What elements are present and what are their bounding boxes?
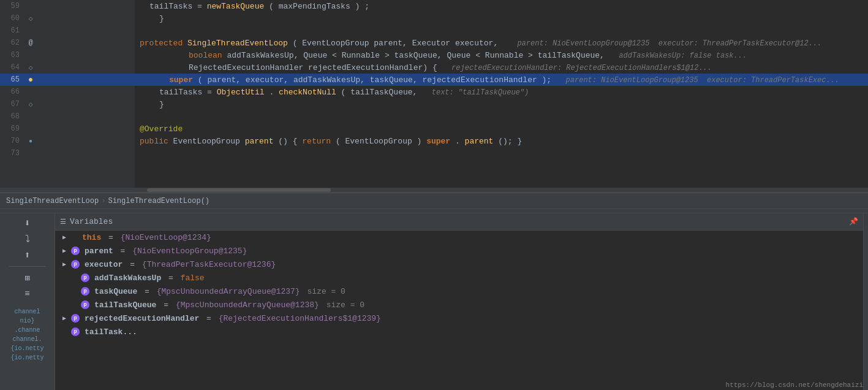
h-scrollbar-thumb[interactable] xyxy=(147,188,331,192)
left-sidebar-bottom: ⬇ ⤵ ⬆ ⊞ ≡ channel nio} .channe channel. … xyxy=(0,213,55,390)
expand-parent[interactable]: ▶ xyxy=(60,247,69,255)
gutter-row-64: 64 ◇ xyxy=(0,61,135,74)
h-scrollbar[interactable] xyxy=(0,188,868,193)
var-eq-addtask: = xyxy=(164,273,178,283)
line-num-73: 73 xyxy=(0,149,25,158)
type-icon-tailtaskqueue: p xyxy=(81,300,89,309)
breadcrumb-sep: › xyxy=(101,197,105,205)
variables-title: Variables xyxy=(70,217,113,226)
right-scrollbar[interactable] xyxy=(863,213,868,390)
var-row-parent[interactable]: ▶ p parent = {NioEventLoopGroup@1235} xyxy=(55,244,863,258)
expand-executor[interactable]: ▶ xyxy=(60,260,69,269)
type-icon-taskqueue: p xyxy=(81,287,89,296)
line-num-60: 60 xyxy=(0,14,25,23)
gutter-row-60: 60 ◇ xyxy=(0,12,135,25)
code-lines: tailTasks = newTaskQueue ( maxPendingTas… xyxy=(135,0,868,188)
code-line-65: super ( parent, executor, addTaskWakesUp… xyxy=(135,74,868,86)
code-line-62: protected SingleThreadEventLoop ( EventL… xyxy=(135,37,868,49)
main-layout: 59 60 ◇ 61 62 xyxy=(0,0,868,390)
breadcrumb-bar: SingleThreadEventLoop › SingleThreadEven… xyxy=(0,193,868,208)
gutter-row-67: 67 ◇ xyxy=(0,98,135,110)
variables-list-icon: ☰ xyxy=(60,218,66,226)
line-icon-62: @ xyxy=(25,39,37,47)
pin-button[interactable]: 📌 xyxy=(849,217,858,226)
var-name-this: this xyxy=(82,233,101,242)
expand-tailtasks xyxy=(60,327,69,336)
var-name-rejected: rejectedExecutionHandler xyxy=(85,314,199,323)
expand-tailtaskqueue xyxy=(70,300,78,309)
line-num-70: 70 xyxy=(0,137,25,145)
code-line-60: } xyxy=(135,12,868,25)
toolbar-btn-filter[interactable]: ⬆ xyxy=(20,248,35,262)
line-icon-64: ◇ xyxy=(25,63,37,72)
code-line-59: tailTasks = newTaskQueue ( maxPendingTas… xyxy=(135,0,868,12)
line-icon-60: ◇ xyxy=(25,14,37,23)
var-val-parent: {NioEventLoopGroup@1235} xyxy=(132,247,247,256)
variables-header: ☰ Variables 📌 xyxy=(55,213,863,231)
var-row-rejected[interactable]: ▶ p rejectedExecutionHandler = {Rejected… xyxy=(55,312,863,325)
sidebar-sep xyxy=(9,266,46,267)
variables-list: ▶ this = {NioEventLoop@1234} ▶ p parent … xyxy=(55,231,863,390)
line-icon-70: ● xyxy=(25,138,37,145)
gutter-row-59: 59 xyxy=(0,0,135,12)
type-icon-addtask: p xyxy=(81,273,89,282)
type-icon-executor: p xyxy=(71,260,80,269)
gutter-row-66: 66 xyxy=(0,86,135,98)
expand-this[interactable]: ▶ xyxy=(60,233,69,242)
toolbar-btn-down[interactable]: ⬇ xyxy=(20,216,35,231)
toolbar-btn-fork[interactable]: ⤵ xyxy=(20,232,35,247)
toolbar-btn-table[interactable]: ⊞ xyxy=(20,270,35,285)
code-line-67: } xyxy=(135,98,868,110)
line-num-62: 62 xyxy=(0,39,25,47)
line-num-68: 68 xyxy=(0,112,25,121)
label-netty2: {io.netty xyxy=(9,353,46,362)
var-row-addtask[interactable]: p addTaskWakesUp = false xyxy=(55,271,863,285)
var-row-taskqueue[interactable]: p taskQueue = {MpscUnboundedArrayQueue@1… xyxy=(55,285,863,298)
var-eq-tailtaskqueue: = xyxy=(159,300,173,310)
line-num-65: 65 xyxy=(0,75,25,84)
gutter-row-61: 61 xyxy=(0,25,135,37)
gutter-row-73: 73 xyxy=(0,147,135,159)
var-val-rejected: {RejectedExecutionHandlers$1@1239} xyxy=(219,314,381,323)
var-name-tailtasks: tailTask... xyxy=(85,327,137,337)
label-channel2: channel. xyxy=(9,335,46,344)
breadcrumb-item-1[interactable]: SingleThreadEventLoop xyxy=(6,197,99,205)
var-row-tailtaskqueue[interactable]: p tailTaskQueue = {MpscUnboundedArrayQue… xyxy=(55,298,863,312)
code-line-66: tailTasks = ObjectUtil . checkNotNull ( … xyxy=(135,86,868,98)
var-val-taskqueue: {MpscUnboundedArrayQueue@1237} xyxy=(157,287,300,296)
gutter-row-69: 69 xyxy=(0,123,135,135)
bottom-section: ⬇ ⤵ ⬆ ⊞ ≡ channel nio} .channe channel. … xyxy=(0,213,868,390)
code-line-73 xyxy=(135,147,868,159)
expand-addtask xyxy=(70,273,78,282)
code-line-63: boolean addTaskWakesUp, Queue < Runnable… xyxy=(135,49,868,61)
gutter-row-70: 70 ● xyxy=(0,135,135,147)
var-row-executor[interactable]: ▶ p executor = {ThreadPerTaskExecutor@12… xyxy=(55,258,863,271)
line-num-63: 63 xyxy=(0,51,25,59)
type-icon-rejected: p xyxy=(71,314,80,323)
editor-area: 59 60 ◇ 61 62 xyxy=(0,0,868,208)
sidebar-labels: channel nio} .channe channel. {io.netty … xyxy=(9,307,46,362)
var-val-addtask: false xyxy=(181,273,205,283)
var-row-tailtasks[interactable]: p tailTask... xyxy=(55,325,863,338)
var-extra-taskqueue: size = 0 xyxy=(303,287,345,296)
gutter-row-62: 62 @ xyxy=(0,37,135,49)
line-num-66: 66 xyxy=(0,88,25,96)
expand-taskqueue xyxy=(70,287,78,296)
line-num-67: 67 xyxy=(0,100,25,109)
expand-rejected[interactable]: ▶ xyxy=(60,314,69,323)
line-icon-65: ● xyxy=(25,75,37,85)
code-line-68 xyxy=(135,110,868,123)
code-container: 59 60 ◇ 61 62 xyxy=(0,0,868,188)
type-icon-parent: p xyxy=(71,247,80,255)
code-line-70: public EventLoopGroup parent () { return… xyxy=(135,135,868,147)
var-row-this[interactable]: ▶ this = {NioEventLoop@1234} xyxy=(55,231,863,244)
code-line-69: @Override xyxy=(135,123,868,135)
line-num-69: 69 xyxy=(0,124,25,133)
toolbar-btn-opts[interactable]: ≡ xyxy=(20,286,35,301)
gutter-row-65: 65 ● xyxy=(0,74,135,86)
var-eq-parent: = xyxy=(116,247,130,256)
breadcrumb-item-2[interactable]: SingleThreadEventLoop() xyxy=(108,197,209,205)
var-name-tailtaskqueue: tailTaskQueue xyxy=(94,300,156,310)
type-icon-tailtasks: p xyxy=(71,327,80,336)
code-line-64: RejectedExecutionHandler rejectedExecuti… xyxy=(135,61,868,74)
